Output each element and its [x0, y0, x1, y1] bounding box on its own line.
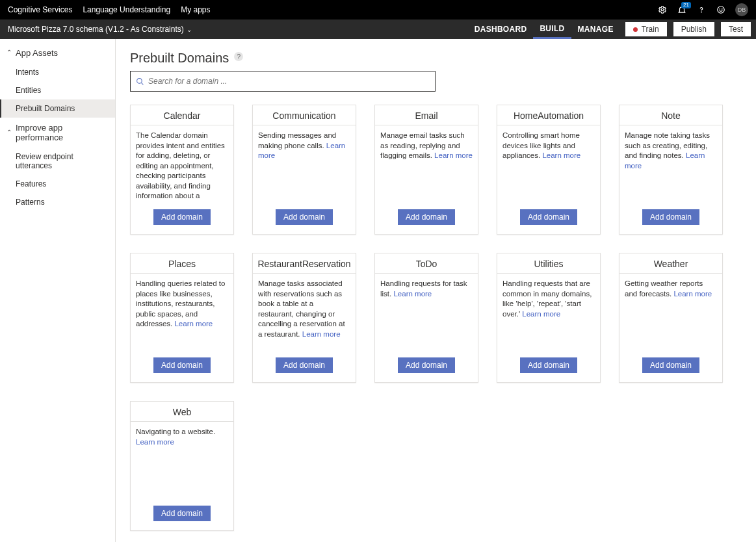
learn-more-link[interactable]: Learn more [393, 290, 432, 298]
domain-card-title: ToDo [375, 253, 478, 273]
breadcrumb-language-understanding[interactable]: Language Understanding [83, 5, 170, 14]
domain-card-description: Manage tasks associated with reservation… [253, 274, 356, 350]
train-status-dot-icon [633, 27, 638, 32]
domain-card-title: Weather [619, 253, 722, 273]
publish-button[interactable]: Publish [673, 22, 714, 36]
domain-card-title: Places [131, 253, 233, 273]
domain-card: CommunicationSending messages and making… [252, 105, 356, 235]
domain-card-title: RestaurantReservation [253, 253, 356, 273]
domain-card-description: Handling requests that are common in man… [497, 274, 600, 350]
train-button[interactable]: Train [625, 22, 667, 36]
domain-card: WeatherGetting weather reports and forec… [619, 253, 723, 383]
svg-point-4 [722, 9, 722, 10]
sidebar: ⌃ App Assets Intents Entities Prebuilt D… [0, 39, 116, 542]
sidebar-group-label: Improve app performance [16, 123, 109, 142]
add-domain-button[interactable]: Add domain [520, 209, 577, 225]
svg-point-0 [661, 8, 664, 11]
domain-card-description: The Calendar domain provides intent and … [131, 125, 233, 201]
breadcrumb-cognitive-services[interactable]: Cognitive Services [8, 5, 72, 14]
main-content: Prebuilt Domains ? CalendarThe Calendar … [116, 39, 756, 542]
domain-card-title: Communication [253, 105, 356, 125]
nav-tabs: DASHBOARD BUILD MANAGE [468, 19, 620, 39]
sidebar-item-features[interactable]: Features [0, 175, 115, 193]
sidebar-item-review-utterances[interactable]: Review endpoint utterances [0, 148, 115, 175]
tab-dashboard[interactable]: DASHBOARD [468, 19, 534, 39]
domain-card: PlacesHandling queries related to places… [130, 253, 234, 383]
domain-card: UtilitiesHandling requests that are comm… [497, 253, 601, 383]
app-header: Microsoft Pizza 7.0 schema (V1.2 - As Co… [0, 19, 756, 39]
add-domain-button[interactable]: Add domain [398, 209, 455, 225]
add-domain-button[interactable]: Add domain [153, 506, 211, 521]
add-domain-button[interactable]: Add domain [642, 357, 699, 373]
domain-card: WebNavigating to a website. Learn moreAd… [130, 401, 234, 531]
svg-point-1 [701, 12, 702, 12]
learn-more-link[interactable]: Learn more [302, 330, 341, 338]
domain-card-description: Navigating to a website. Learn more [131, 422, 233, 498]
add-domain-button[interactable]: Add domain [276, 209, 333, 225]
chevron-down-icon: ⌄ [187, 26, 192, 33]
help-icon[interactable] [696, 5, 707, 15]
action-buttons: Train Publish Test [625, 22, 751, 36]
domain-card: ToDoHandling requests for task list. Lea… [374, 253, 478, 383]
add-domain-button[interactable]: Add domain [153, 209, 211, 225]
avatar[interactable]: DB [735, 3, 748, 16]
add-domain-button[interactable]: Add domain [276, 357, 333, 373]
domain-card: CalendarThe Calendar domain provides int… [130, 105, 234, 235]
caret-up-icon: ⌃ [7, 129, 12, 136]
learn-more-link[interactable]: Learn more [522, 310, 560, 318]
bell-icon[interactable]: 21 [677, 5, 687, 15]
domain-card-description: Controlling smart home devices like ligh… [497, 125, 600, 201]
domain-card-description: Handling queries related to places like … [131, 274, 233, 350]
learn-more-link[interactable]: Learn more [673, 290, 712, 298]
learn-more-link[interactable]: Learn more [174, 320, 213, 328]
search-container [130, 71, 436, 92]
add-domain-button[interactable]: Add domain [398, 357, 455, 373]
tab-manage[interactable]: MANAGE [571, 19, 620, 39]
search-icon [136, 77, 144, 86]
sidebar-item-intents[interactable]: Intents [0, 63, 115, 81]
domain-card-description: Getting weather reports and forecasts. L… [619, 274, 722, 350]
app-switcher[interactable]: Microsoft Pizza 7.0 schema (V1.2 - As Co… [5, 25, 192, 34]
learn-more-link[interactable]: Learn more [434, 151, 473, 159]
app-name-label: Microsoft Pizza 7.0 schema (V1.2 - As Co… [8, 25, 184, 34]
help-icon[interactable]: ? [234, 52, 243, 61]
sidebar-item-prebuilt-domains[interactable]: Prebuilt Domains [0, 99, 115, 118]
domain-card: NoteManage note taking tasks such as cre… [619, 105, 723, 235]
test-button[interactable]: Test [721, 22, 751, 36]
caret-up-icon: ⌃ [7, 49, 12, 56]
header-actions: 21 DB [657, 3, 748, 16]
learn-more-link[interactable]: Learn more [258, 142, 345, 160]
add-domain-button[interactable]: Add domain [642, 209, 699, 225]
add-domain-button[interactable]: Add domain [153, 357, 211, 373]
sidebar-item-patterns[interactable]: Patterns [0, 193, 115, 211]
svg-point-2 [718, 6, 725, 14]
domain-cards-grid: CalendarThe Calendar domain provides int… [130, 105, 742, 531]
search-input[interactable] [148, 77, 430, 86]
domain-card-title: Note [619, 105, 722, 125]
breadcrumb-my-apps[interactable]: My apps [181, 5, 210, 14]
learn-more-link[interactable]: Learn more [136, 438, 174, 446]
domain-card-title: Web [131, 402, 233, 421]
sidebar-group-improve[interactable]: ⌃ Improve app performance [0, 118, 115, 148]
sidebar-group-app-assets[interactable]: ⌃ App Assets [0, 43, 115, 63]
learn-more-link[interactable]: Learn more [625, 151, 705, 170]
learn-more-link[interactable]: Learn more [542, 151, 580, 159]
domain-card-description: Handling requests for task list. Learn m… [375, 274, 478, 350]
breadcrumb: Cognitive Services Language Understandin… [8, 5, 211, 14]
train-label: Train [642, 25, 659, 34]
domain-card: EmailManage email tasks such as reading,… [374, 105, 478, 235]
domain-card-description: Manage note taking tasks such as creatin… [619, 125, 722, 201]
domain-card-title: Email [375, 105, 478, 125]
feedback-icon[interactable] [716, 5, 726, 15]
gear-icon[interactable] [657, 5, 668, 15]
global-header: Cognitive Services Language Understandin… [0, 0, 756, 19]
page-title: Prebuilt Domains [130, 51, 229, 66]
sidebar-item-entities[interactable]: Entities [0, 81, 115, 99]
domain-card-title: HomeAutomation [497, 105, 600, 125]
svg-point-5 [137, 78, 142, 83]
domain-card: RestaurantReservationManage tasks associ… [252, 253, 356, 383]
domain-card-description: Manage email tasks such as reading, repl… [375, 125, 478, 201]
tab-build[interactable]: BUILD [533, 19, 571, 39]
domain-card-title: Utilities [497, 253, 600, 273]
add-domain-button[interactable]: Add domain [520, 357, 577, 373]
